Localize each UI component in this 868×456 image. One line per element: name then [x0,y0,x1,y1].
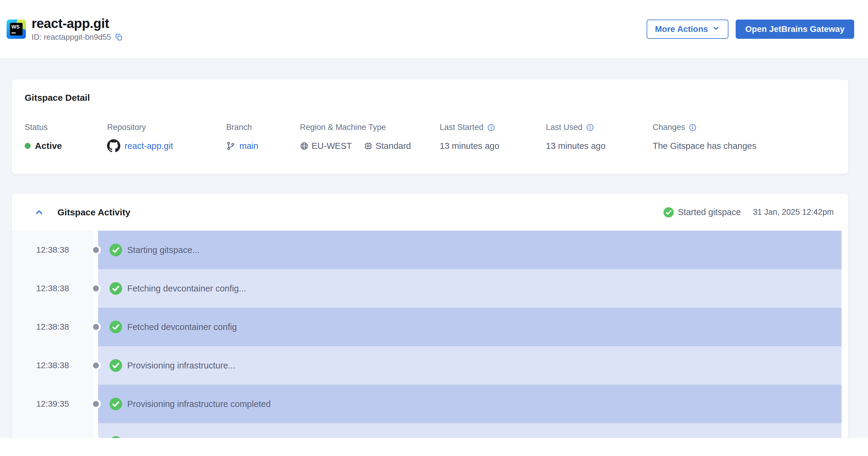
gitspace-activity-card: Gitspace Activity Started gitspace 31 Ja… [12,194,848,438]
activity-status: Started gitspace [663,207,741,217]
open-jetbrains-gateway-button[interactable]: Open JetBrains Gateway [736,20,854,39]
log-row: 12:38:38 Starting gitspace... [12,231,848,269]
activity-started-timestamp: 31 Jan, 2025 12:42pm [753,208,834,217]
success-check-icon [110,398,122,410]
branch-label: Branch [226,123,300,132]
field-branch: Branch main [226,123,300,152]
success-check-icon [110,244,122,256]
timeline-gutter [94,269,98,308]
log-entry: Starting gitspace... [98,231,841,269]
changes-value: The Gitspace has changes [653,139,836,152]
machine-type-value: Standard [376,141,411,151]
success-check-icon [110,436,122,438]
last-started-label-row: Last Started [440,123,546,132]
log-time: 12:39:36 [12,423,94,438]
gitspace-id-text: ID: reactappgit-bn9d55 [32,32,111,42]
last-started-label: Last Started [440,123,484,132]
activity-log[interactable]: 12:38:38 Starting gitspace... 12:38:38 [12,231,848,438]
log-text: Provisioning infrastructure completed [127,399,271,409]
gitspace-id-row: ID: reactappgit-bn9d55 [32,32,123,42]
success-check-icon [110,321,122,333]
log-entry: Fetching devcontainer config... [98,269,841,308]
status-active-dot [25,143,31,149]
last-used-value: 13 minutes ago [546,139,653,152]
log-text: Provisioning infrastructure... [127,361,235,371]
open-gateway-label: Open JetBrains Gateway [745,24,844,34]
github-icon [107,139,120,152]
log-row: 12:38:38 Provisioning infrastructure... [12,346,848,385]
log-row: 12:39:36 Connecting to the gitspace agen… [12,423,848,438]
timeline-dot-icon [93,401,99,407]
timeline-gutter [94,231,98,269]
region-machine-label: Region & Machine Type [300,123,440,132]
success-check-icon [110,282,122,295]
webstorm-logo-icon: WS [7,20,26,39]
repository-label: Repository [107,123,226,132]
field-last-started: Last Started 13 minutes ago [440,123,546,152]
log-entry: Provisioning infrastructure... [98,346,841,385]
region-pair: EU-WEST [300,141,352,151]
field-status: Status Active [25,123,107,152]
git-branch-icon [226,141,235,150]
changes-label-row: Changes [653,123,836,132]
field-last-used: Last Used 13 minutes ago [546,123,653,152]
log-text: Fetched devcontainer config [127,322,237,332]
title-block: react-app.git ID: reactappgit-bn9d55 [32,17,123,42]
info-icon[interactable] [689,124,696,131]
repository-value-row: react-app.git [107,139,226,152]
last-used-label-row: Last Used [546,123,653,132]
field-changes: Changes The Gitspace has changes [653,123,836,152]
region-machine-value-row: EU-WEST Standard [300,139,440,152]
globe-icon [300,142,309,150]
log-entry: Provisioning infrastructure completed [98,385,841,423]
log-text: Connecting to the gitspace agent [127,438,255,438]
success-check-icon [110,359,122,372]
more-actions-button[interactable]: More Actions [647,20,728,39]
status-value: Active [35,141,62,151]
last-used-label: Last Used [546,123,583,132]
field-repository: Repository react-app.git [107,123,226,152]
timeline-gutter [94,346,98,385]
timeline-gutter [94,308,98,346]
webstorm-logo-text: WS [10,23,23,35]
timeline-dot-icon [93,362,99,368]
copy-icon[interactable] [115,33,123,41]
info-icon[interactable] [586,124,594,131]
timeline-dot-icon [93,247,99,253]
log-text: Fetching devcontainer config... [127,284,246,294]
timeline-gutter [94,385,98,423]
log-entry: Connecting to the gitspace agent [98,423,841,438]
repository-link[interactable]: react-app.git [125,141,173,151]
chevron-down-icon [712,24,720,34]
page-title: react-app.git [32,17,123,30]
status-label: Status [25,123,107,132]
region-value: EU-WEST [312,141,352,151]
more-actions-label: More Actions [655,24,708,34]
log-entry: Fetched devcontainer config [98,308,841,346]
log-row: 12:38:38 Fetching devcontainer config... [12,269,848,308]
last-started-value: 13 minutes ago [440,139,546,152]
collapse-chevron-up-icon[interactable] [34,207,44,218]
main-content: Gitspace Detail Status Active Repository [0,59,868,438]
log-row: 12:39:35 Provisioning infrastructure com… [12,385,848,423]
changes-label: Changes [653,123,685,132]
detail-card-title: Gitspace Detail [25,93,836,103]
top-bar: WS react-app.git ID: reactappgit-bn9d55 … [0,0,868,59]
timeline-dot-icon [93,324,99,330]
log-time: 12:38:38 [12,231,94,269]
field-region-machine: Region & Machine Type EU-WEST [300,123,440,152]
status-value-row: Active [25,139,107,152]
success-check-icon [663,207,674,217]
timeline-dot-icon [93,285,99,292]
log-time: 12:38:38 [12,346,94,385]
activity-header: Gitspace Activity Started gitspace 31 Ja… [12,194,848,231]
log-text: Starting gitspace... [127,245,199,255]
log-time: 12:38:38 [12,308,94,346]
info-icon[interactable] [487,124,495,131]
timeline-gutter [94,423,98,438]
branch-value-row: main [226,139,300,152]
activity-title: Gitspace Activity [57,207,130,217]
gitspace-detail-card: Gitspace Detail Status Active Repository [12,80,848,174]
branch-link[interactable]: main [239,141,258,151]
machine-pair: Standard [364,141,411,151]
